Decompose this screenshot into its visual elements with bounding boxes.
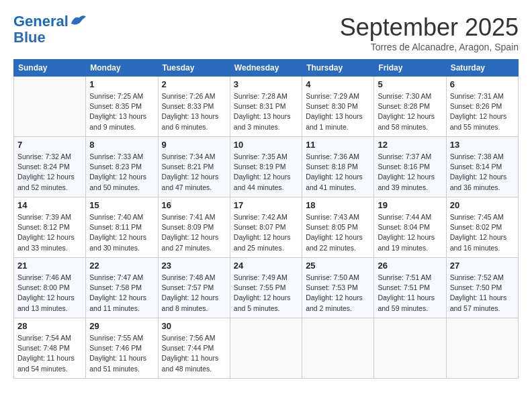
day-info: Sunrise: 7:45 AMSunset: 8:02 PMDaylight:…: [450, 212, 515, 253]
day-info: Sunrise: 7:48 AMSunset: 7:57 PMDaylight:…: [162, 273, 226, 314]
location: Torres de Alcanadre, Aragon, Spain: [340, 42, 519, 52]
calendar-cell: 15Sunrise: 7:40 AMSunset: 8:11 PMDayligh…: [86, 197, 158, 258]
day-number: 10: [234, 140, 298, 150]
calendar-cell: 9Sunrise: 7:34 AMSunset: 8:21 PMDaylight…: [158, 137, 230, 197]
day-number: 19: [378, 200, 442, 210]
calendar-cell: 21Sunrise: 7:46 AMSunset: 8:00 PMDayligh…: [14, 258, 86, 318]
day-info: Sunrise: 7:35 AMSunset: 8:19 PMDaylight:…: [234, 152, 298, 193]
calendar-cell: 3Sunrise: 7:28 AMSunset: 8:31 PMDaylight…: [230, 77, 302, 137]
column-header-friday: Friday: [374, 60, 446, 77]
day-number: 27: [450, 261, 515, 271]
calendar-week-row: 21Sunrise: 7:46 AMSunset: 8:00 PMDayligh…: [14, 258, 519, 318]
calendar-cell: [302, 318, 374, 379]
calendar-cell: 5Sunrise: 7:30 AMSunset: 8:28 PMDaylight…: [374, 77, 446, 137]
column-header-thursday: Thursday: [302, 60, 374, 77]
day-info: Sunrise: 7:43 AMSunset: 8:05 PMDaylight:…: [306, 212, 370, 253]
calendar-week-row: 14Sunrise: 7:39 AMSunset: 8:12 PMDayligh…: [14, 197, 519, 258]
calendar-cell: 29Sunrise: 7:55 AMSunset: 7:46 PMDayligh…: [86, 318, 158, 379]
column-header-saturday: Saturday: [446, 60, 518, 77]
day-number: 12: [378, 140, 442, 150]
day-info: Sunrise: 7:31 AMSunset: 8:26 PMDaylight:…: [450, 91, 515, 132]
day-number: 21: [17, 261, 82, 271]
day-number: 22: [89, 261, 154, 271]
day-info: Sunrise: 7:37 AMSunset: 8:16 PMDaylight:…: [378, 152, 442, 193]
calendar-header-row: SundayMondayTuesdayWednesdayThursdayFrid…: [14, 60, 519, 77]
day-number: 26: [378, 261, 442, 271]
calendar-cell: 20Sunrise: 7:45 AMSunset: 8:02 PMDayligh…: [446, 197, 518, 258]
day-info: Sunrise: 7:32 AMSunset: 8:24 PMDaylight:…: [17, 152, 82, 193]
calendar-table: SundayMondayTuesdayWednesdayThursdayFrid…: [13, 59, 519, 379]
day-info: Sunrise: 7:44 AMSunset: 8:04 PMDaylight:…: [378, 212, 442, 253]
day-number: 3: [234, 79, 298, 89]
calendar-cell: 1Sunrise: 7:25 AMSunset: 8:35 PMDaylight…: [86, 77, 158, 137]
column-header-sunday: Sunday: [14, 60, 86, 77]
day-number: 18: [306, 200, 370, 210]
day-info: Sunrise: 7:34 AMSunset: 8:21 PMDaylight:…: [162, 152, 226, 193]
calendar-cell: 13Sunrise: 7:38 AMSunset: 8:14 PMDayligh…: [446, 137, 518, 197]
calendar-cell: 19Sunrise: 7:44 AMSunset: 8:04 PMDayligh…: [374, 197, 446, 258]
day-number: 14: [17, 200, 82, 210]
calendar-cell: 12Sunrise: 7:37 AMSunset: 8:16 PMDayligh…: [374, 137, 446, 197]
day-info: Sunrise: 7:54 AMSunset: 7:48 PMDaylight:…: [17, 333, 82, 374]
day-info: Sunrise: 7:39 AMSunset: 8:12 PMDaylight:…: [17, 212, 82, 253]
calendar-cell: 2Sunrise: 7:26 AMSunset: 8:33 PMDaylight…: [158, 77, 230, 137]
day-info: Sunrise: 7:46 AMSunset: 8:00 PMDaylight:…: [17, 273, 82, 314]
day-number: 30: [162, 321, 226, 331]
calendar-cell: 11Sunrise: 7:36 AMSunset: 8:18 PMDayligh…: [302, 137, 374, 197]
column-header-wednesday: Wednesday: [230, 60, 302, 77]
day-number: 15: [89, 200, 154, 210]
calendar-cell: 10Sunrise: 7:35 AMSunset: 8:19 PMDayligh…: [230, 137, 302, 197]
calendar-cell: 6Sunrise: 7:31 AMSunset: 8:26 PMDaylight…: [446, 77, 518, 137]
calendar-cell: 24Sunrise: 7:49 AMSunset: 7:55 PMDayligh…: [230, 258, 302, 318]
day-number: 23: [162, 261, 226, 271]
day-number: 8: [89, 140, 154, 150]
title-area: September 2025 Torres de Alcanadre, Arag…: [340, 13, 519, 52]
day-info: Sunrise: 7:29 AMSunset: 8:30 PMDaylight:…: [306, 91, 370, 132]
day-number: 6: [450, 79, 515, 89]
day-info: Sunrise: 7:38 AMSunset: 8:14 PMDaylight:…: [450, 152, 515, 193]
column-header-tuesday: Tuesday: [158, 60, 230, 77]
day-number: 16: [162, 200, 226, 210]
calendar-cell: 28Sunrise: 7:54 AMSunset: 7:48 PMDayligh…: [14, 318, 86, 379]
day-number: 25: [306, 261, 370, 271]
day-info: Sunrise: 7:36 AMSunset: 8:18 PMDaylight:…: [306, 152, 370, 193]
day-number: 20: [450, 200, 515, 210]
calendar-cell: 14Sunrise: 7:39 AMSunset: 8:12 PMDayligh…: [14, 197, 86, 258]
day-info: Sunrise: 7:30 AMSunset: 8:28 PMDaylight:…: [378, 91, 442, 132]
calendar-body: 1Sunrise: 7:25 AMSunset: 8:35 PMDaylight…: [14, 77, 519, 379]
calendar-cell: [14, 77, 86, 137]
page-header: General Blue September 2025 Torres de Al…: [13, 13, 519, 52]
day-number: 5: [378, 79, 442, 89]
day-info: Sunrise: 7:49 AMSunset: 7:55 PMDaylight:…: [234, 273, 298, 314]
day-info: Sunrise: 7:40 AMSunset: 8:11 PMDaylight:…: [89, 212, 154, 253]
calendar-week-row: 1Sunrise: 7:25 AMSunset: 8:35 PMDaylight…: [14, 77, 519, 137]
day-number: 13: [450, 140, 515, 150]
day-info: Sunrise: 7:51 AMSunset: 7:51 PMDaylight:…: [378, 273, 442, 314]
calendar-cell: [446, 318, 518, 379]
day-info: Sunrise: 7:42 AMSunset: 8:07 PMDaylight:…: [234, 212, 298, 253]
calendar-cell: 4Sunrise: 7:29 AMSunset: 8:30 PMDaylight…: [302, 77, 374, 137]
day-info: Sunrise: 7:55 AMSunset: 7:46 PMDaylight:…: [89, 333, 154, 374]
day-number: 29: [89, 321, 154, 331]
calendar-cell: [374, 318, 446, 379]
day-info: Sunrise: 7:56 AMSunset: 7:44 PMDaylight:…: [162, 333, 226, 374]
calendar-cell: 18Sunrise: 7:43 AMSunset: 8:05 PMDayligh…: [302, 197, 374, 258]
day-number: 28: [17, 321, 82, 331]
calendar-cell: 17Sunrise: 7:42 AMSunset: 8:07 PMDayligh…: [230, 197, 302, 258]
day-info: Sunrise: 7:41 AMSunset: 8:09 PMDaylight:…: [162, 212, 226, 253]
day-info: Sunrise: 7:25 AMSunset: 8:35 PMDaylight:…: [89, 91, 154, 132]
day-info: Sunrise: 7:33 AMSunset: 8:23 PMDaylight:…: [89, 152, 154, 193]
calendar-cell: 26Sunrise: 7:51 AMSunset: 7:51 PMDayligh…: [374, 258, 446, 318]
logo: General Blue: [13, 13, 86, 46]
calendar-cell: [230, 318, 302, 379]
calendar-cell: 25Sunrise: 7:50 AMSunset: 7:53 PMDayligh…: [302, 258, 374, 318]
logo-bird-icon: [70, 13, 86, 26]
month-title: September 2025: [340, 13, 519, 42]
day-info: Sunrise: 7:28 AMSunset: 8:31 PMDaylight:…: [234, 91, 298, 132]
day-info: Sunrise: 7:47 AMSunset: 7:58 PMDaylight:…: [89, 273, 154, 314]
calendar-week-row: 7Sunrise: 7:32 AMSunset: 8:24 PMDaylight…: [14, 137, 519, 197]
day-info: Sunrise: 7:50 AMSunset: 7:53 PMDaylight:…: [306, 273, 370, 314]
day-number: 1: [89, 79, 154, 89]
calendar-cell: 8Sunrise: 7:33 AMSunset: 8:23 PMDaylight…: [86, 137, 158, 197]
calendar-cell: 27Sunrise: 7:52 AMSunset: 7:50 PMDayligh…: [446, 258, 518, 318]
